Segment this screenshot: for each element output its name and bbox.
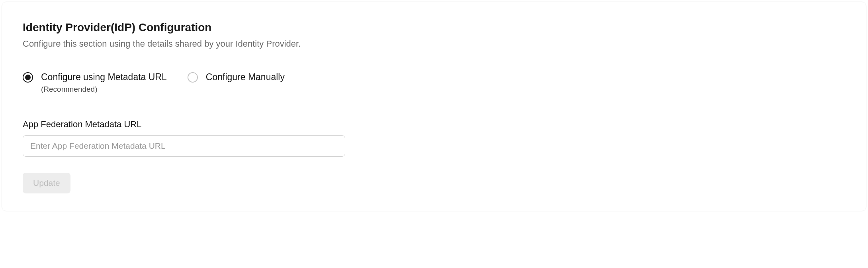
radio-labels: Configure Manually	[206, 71, 285, 83]
radio-option-manual[interactable]: Configure Manually	[188, 71, 285, 94]
radio-option-metadata-url[interactable]: Configure using Metadata URL (Recommende…	[23, 71, 167, 94]
radio-dot-icon	[25, 75, 31, 80]
metadata-url-input[interactable]	[23, 135, 345, 157]
radio-labels: Configure using Metadata URL (Recommende…	[41, 71, 167, 94]
section-subtitle: Configure this section using the details…	[23, 39, 845, 49]
update-button[interactable]: Update	[23, 173, 70, 193]
section-title: Identity Provider(IdP) Configuration	[23, 21, 845, 34]
radio-icon-unselected	[188, 72, 198, 83]
radio-label: Configure using Metadata URL	[41, 71, 167, 83]
radio-sublabel: (Recommended)	[41, 85, 167, 94]
radio-icon-selected	[23, 72, 33, 83]
radio-label: Configure Manually	[206, 71, 285, 83]
config-method-radio-group: Configure using Metadata URL (Recommende…	[23, 71, 845, 94]
metadata-url-label: App Federation Metadata URL	[23, 119, 845, 130]
idp-config-card: Identity Provider(IdP) Configuration Con…	[2, 2, 866, 211]
